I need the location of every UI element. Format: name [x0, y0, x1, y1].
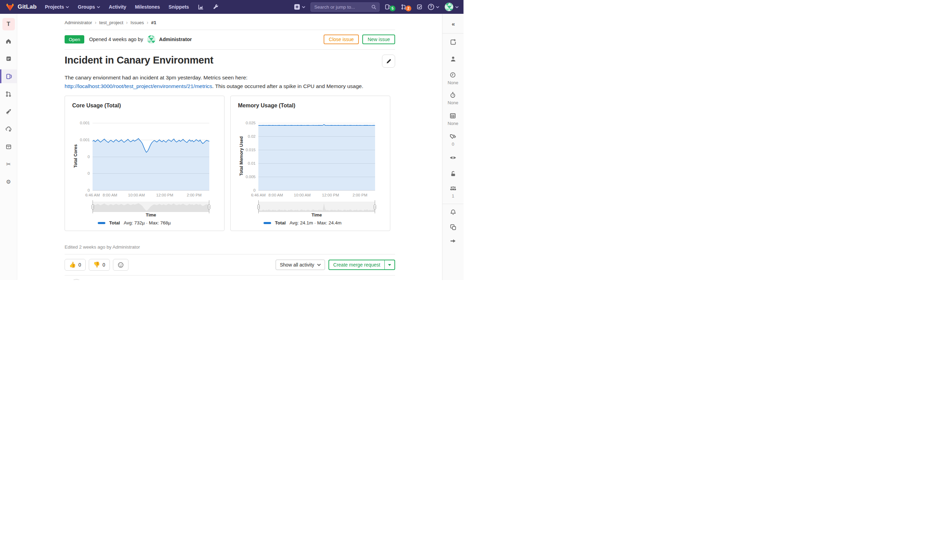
chart-zoom-scrubber[interactable]: [258, 202, 375, 212]
smiley-icon: [117, 262, 124, 268]
scrubber-right-handle[interactable]: [374, 205, 376, 209]
sidebar-item-overview[interactable]: [0, 34, 17, 48]
new-issue-button[interactable]: New issue: [362, 35, 395, 44]
chart-x-axis-label: Time: [93, 212, 209, 217]
lock-issue-button[interactable]: [450, 170, 457, 177]
chart-plot-area[interactable]: [93, 123, 209, 190]
issues-dashboard-button[interactable]: 5: [385, 4, 395, 10]
chevron-down-icon: [302, 6, 305, 8]
sidebar-item-snippets[interactable]: ✂: [0, 158, 17, 171]
scrubber-right-handle[interactable]: [208, 205, 210, 209]
search-input[interactable]: [314, 5, 371, 10]
author-name[interactable]: Administrator: [159, 36, 192, 42]
chart-title: Core Usage (Total): [72, 103, 121, 109]
chart-legend[interactable]: Total Avg: 24.1m · Max: 24.4m: [263, 220, 342, 225]
main-content: Administrator › test_project › Issues › …: [17, 14, 442, 280]
x-axis-tick: 12:00 PM: [322, 193, 339, 197]
gitlab-logo[interactable]: GitLab: [6, 3, 36, 11]
gear-icon: ⚙: [6, 179, 11, 185]
assignee-button[interactable]: [450, 56, 457, 62]
brand-name[interactable]: GitLab: [18, 3, 36, 11]
sidebar-item-merge-requests[interactable]: [0, 87, 17, 101]
notifications-button[interactable]: [450, 209, 457, 216]
new-menu-button[interactable]: [294, 4, 305, 10]
labels-button[interactable]: 0: [449, 133, 457, 147]
chart-legend[interactable]: Total Avg: 732µ · Max: 768µ: [98, 220, 171, 225]
participants-button[interactable]: 1: [449, 185, 457, 199]
charts-icon[interactable]: [198, 4, 204, 11]
y-axis-tick: 0: [65, 171, 90, 175]
x-axis-tick: 10:00 AM: [128, 193, 145, 197]
nav-milestones[interactable]: Milestones: [135, 4, 160, 10]
y-axis-tick: 0.015: [231, 148, 255, 152]
time-tracking-button[interactable]: None: [448, 91, 458, 105]
user-icon: [450, 56, 457, 62]
legend-series-stats: Avg: 24.1m · Max: 24.4m: [289, 220, 342, 225]
clock-icon: [449, 71, 456, 78]
sidebar-item-packages[interactable]: [0, 140, 17, 154]
sidebar-item-operations[interactable]: [0, 122, 17, 136]
thumbs-down-icon: 👎: [93, 262, 100, 267]
author-avatar[interactable]: [147, 35, 155, 44]
milestone-button[interactable]: None: [448, 71, 458, 85]
home-icon: [5, 38, 12, 44]
chart-zoom-scrubber[interactable]: [93, 202, 209, 212]
close-issue-button[interactable]: Close issue: [324, 35, 359, 44]
x-axis-tick: 2:00 PM: [353, 193, 368, 197]
sidebar-item-cicd[interactable]: [0, 105, 17, 118]
scrubber-left-handle[interactable]: [91, 205, 94, 209]
arrow-right-icon: [449, 238, 457, 244]
thumbs-up-button[interactable]: 👍 0: [65, 259, 86, 271]
comment-avatar-partial: [70, 279, 82, 280]
user-menu-button[interactable]: [445, 2, 459, 11]
breadcrumb-group[interactable]: Administrator: [65, 20, 92, 25]
confidentiality-button[interactable]: [449, 154, 457, 161]
legend-series-name: Total: [109, 220, 120, 225]
chevron-down-icon: [97, 6, 100, 8]
breadcrumb-separator: ›: [95, 20, 97, 25]
mr-count-badge: 2: [406, 6, 411, 11]
move-issue-button[interactable]: [449, 238, 457, 244]
project-avatar[interactable]: T: [2, 18, 15, 30]
chevron-down-icon: [65, 6, 69, 8]
metrics-link[interactable]: http://localhost:3000/root/test_project/…: [65, 83, 212, 89]
merge-requests-button[interactable]: 2: [401, 4, 411, 10]
sidebar-item-settings[interactable]: ⚙: [0, 175, 17, 189]
labels-icon: [449, 133, 457, 140]
breadcrumb-project[interactable]: test_project: [99, 20, 123, 25]
breadcrumb-separator: ›: [147, 20, 149, 25]
legend-series-stats: Avg: 732µ · Max: 768µ: [124, 220, 171, 225]
create-merge-request-button[interactable]: Create merge request: [329, 260, 385, 269]
nav-snippets[interactable]: Snippets: [169, 4, 189, 10]
due-date-button[interactable]: None: [448, 112, 458, 126]
nav-activity[interactable]: Activity: [109, 4, 126, 10]
chevron-down-icon: [317, 263, 321, 266]
admin-wrench-icon[interactable]: [213, 4, 219, 10]
chevron-down-icon: [455, 6, 459, 8]
y-axis-tick: 0: [231, 188, 255, 192]
create-merge-request-split-button: Create merge request: [328, 260, 395, 270]
add-reaction-button[interactable]: [113, 259, 129, 271]
todo-add-button[interactable]: [450, 39, 457, 46]
copy-reference-button[interactable]: [450, 224, 457, 231]
milestone-value: None: [448, 80, 458, 85]
todos-button[interactable]: [416, 4, 423, 10]
y-axis-tick: 0.02: [231, 134, 255, 138]
sidebar-item-issues[interactable]: [0, 70, 17, 83]
chart-series: [258, 123, 375, 190]
global-search[interactable]: [310, 2, 380, 12]
thumbs-down-button[interactable]: 👎 0: [89, 259, 110, 271]
chart-plot-area[interactable]: [258, 123, 375, 190]
activity-filter-dropdown[interactable]: Show all activity: [276, 260, 325, 270]
sidebar-item-repository[interactable]: [0, 52, 17, 65]
help-menu-button[interactable]: ?: [428, 4, 439, 10]
breadcrumb-issues[interactable]: Issues: [131, 20, 144, 25]
edit-issue-button[interactable]: [382, 55, 395, 68]
scrubber-left-handle[interactable]: [257, 205, 260, 209]
expand-sidebar-button[interactable]: «: [452, 21, 454, 27]
chart-gridline: [93, 190, 209, 191]
nav-groups[interactable]: Groups: [78, 4, 100, 10]
nav-projects[interactable]: Projects: [45, 4, 69, 10]
create-mr-dropdown-toggle[interactable]: [385, 260, 394, 269]
status-badge: Open: [65, 35, 84, 44]
